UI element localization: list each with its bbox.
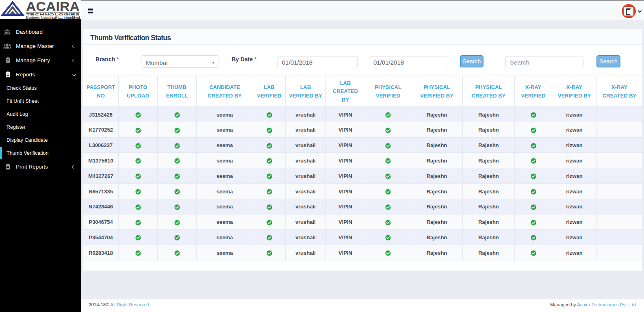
svg-text:Business Complexity.... Simpli: Business Complexity.... Simplified — [26, 15, 80, 20]
svg-text:ACAIRA: ACAIRA — [26, 0, 80, 14]
